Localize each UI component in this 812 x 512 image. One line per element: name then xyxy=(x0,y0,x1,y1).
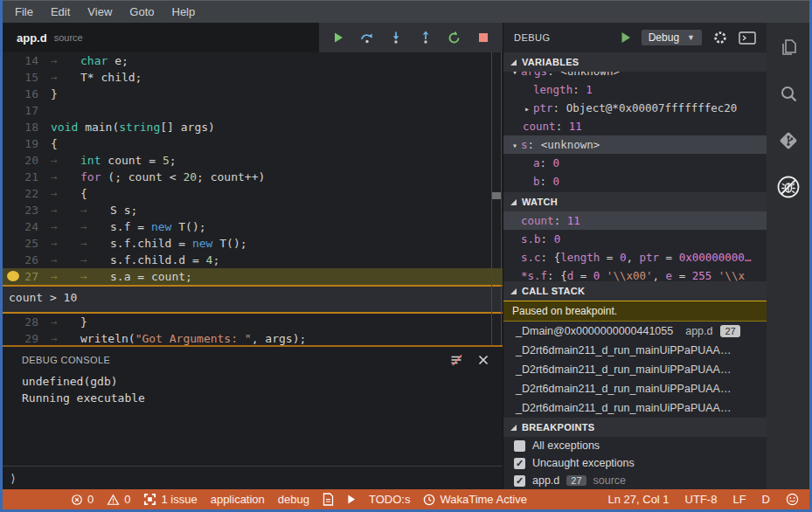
search-icon[interactable] xyxy=(775,81,802,107)
issues-indicator[interactable]: 1 issue xyxy=(143,493,197,506)
encoding-indicator[interactable]: UTF-8 xyxy=(685,493,718,506)
console-input[interactable]: ⟩ xyxy=(3,466,503,489)
code-line-25[interactable]: 25→→s.f.child = new T(); xyxy=(3,235,503,252)
eol-indicator[interactable]: LF xyxy=(732,493,746,506)
close-icon[interactable] xyxy=(478,355,489,365)
tab-app-d[interactable]: app.d source xyxy=(3,23,97,52)
menu-item-goto[interactable]: Goto xyxy=(121,5,163,18)
menu-item-edit[interactable]: Edit xyxy=(42,5,79,18)
watch-row[interactable]: s.b: 0 xyxy=(503,230,767,248)
code-area[interactable]: 14→char e;15→T* child;16}1718void main(s… xyxy=(3,52,503,345)
gutter-line-24[interactable]: 24 xyxy=(3,218,51,235)
menu-item-view[interactable]: View xyxy=(79,5,121,18)
section-header-call-stack[interactable]: CALL STACK xyxy=(503,281,767,301)
cursor-position[interactable]: Ln 27, Col 1 xyxy=(607,493,669,506)
expanded-arrow-icon[interactable]: ▾ xyxy=(512,141,517,150)
gutter-line-28[interactable]: 28 xyxy=(3,314,51,330)
status-debug[interactable]: debug xyxy=(278,493,309,506)
callstack-frame[interactable]: _Dmain@0x0000000000441055app.d27 xyxy=(503,322,767,341)
breakpoint-dot[interactable] xyxy=(7,271,19,281)
status-application[interactable]: application xyxy=(211,493,265,506)
editor-scrollbar[interactable] xyxy=(491,52,502,345)
continue-button[interactable] xyxy=(329,28,348,47)
gutter-line-18[interactable]: 18 xyxy=(3,119,51,135)
debug-icon[interactable] xyxy=(775,174,802,200)
files-icon[interactable] xyxy=(775,35,802,61)
status-todos[interactable]: TODO:s xyxy=(369,493,410,506)
breakpoint-condition-widget[interactable]: count > 10 xyxy=(3,285,503,314)
gutter-line-14[interactable]: 14 xyxy=(3,52,51,69)
gutter-line-15[interactable]: 15 xyxy=(3,69,51,86)
code-line-14[interactable]: 14→char e; xyxy=(3,52,503,69)
callstack-frame[interactable]: _D2rt6dmain211_d_run_mainUiPPaPUAA… xyxy=(503,379,767,398)
gutter-line-27[interactable]: 27 xyxy=(3,268,51,285)
code-line-29[interactable]: 29→writeln("Got Arguments: ", args); xyxy=(3,330,503,345)
start-debug-icon[interactable] xyxy=(621,31,631,44)
step-out-button[interactable] xyxy=(416,28,435,47)
code-line-26[interactable]: 26→→s.f.child.d = 4; xyxy=(3,252,503,268)
gutter-line-29[interactable]: 29 xyxy=(3,330,51,345)
open-console-icon[interactable] xyxy=(739,31,756,45)
language-mode[interactable]: D xyxy=(762,493,770,506)
variable-row[interactable]: ▾s: <unknown> xyxy=(503,135,767,154)
callstack-frame[interactable]: _D2rt6dmain211_d_run_mainUiPPaPUAA… xyxy=(503,398,767,418)
watch-row[interactable]: s.c: {length = 0, ptr = 0x00000000… xyxy=(503,248,767,266)
callstack-frame[interactable]: _D2rt6dmain211_d_run_mainUiPPaPUAA… xyxy=(503,360,767,379)
project-file-indicator[interactable] xyxy=(323,493,334,506)
variable-row[interactable]: ▸ptr: Object@*0x00007fffffffec20 xyxy=(503,99,767,117)
code-line-24[interactable]: 24→→s.f = new T(); xyxy=(3,218,503,235)
restart-button[interactable] xyxy=(445,28,464,47)
step-into-button[interactable] xyxy=(386,28,406,47)
code-line-20[interactable]: 20→int count = 5; xyxy=(3,152,503,169)
breakpoint-checkbox[interactable] xyxy=(514,440,525,452)
variable-row[interactable]: count: 11 xyxy=(503,117,767,135)
breakpoint-row[interactable]: ✓Uncaught exceptions xyxy=(503,454,767,472)
gutter-line-19[interactable]: 19 xyxy=(3,135,51,152)
watch-row[interactable]: *s.f: {d = 0 '\\x00', e = 255 '\\x xyxy=(503,266,767,281)
variable-row[interactable]: ▾args: <unknown> xyxy=(503,72,767,80)
section-header-breakpoints[interactable]: BREAKPOINTS xyxy=(503,418,767,437)
section-header-variables[interactable]: VARIABLES xyxy=(503,52,767,72)
code-line-27[interactable]: 27→→s.a = count; xyxy=(3,268,503,285)
collapsed-arrow-icon[interactable]: ▸ xyxy=(524,104,530,114)
gutter-line-20[interactable]: 20 xyxy=(3,152,51,169)
code-line-22[interactable]: 22→{ xyxy=(3,185,503,202)
code-line-15[interactable]: 15→T* child; xyxy=(3,69,503,86)
gutter-line-16[interactable]: 16 xyxy=(3,86,51,102)
menu-item-file[interactable]: File xyxy=(6,5,42,18)
code-line-19[interactable]: 19{ xyxy=(3,135,503,152)
code-line-28[interactable]: 28→} xyxy=(3,314,503,330)
variable-row[interactable]: b: 0 xyxy=(503,172,767,190)
variable-row[interactable]: length: 1 xyxy=(503,80,767,99)
gutter-line-25[interactable]: 25 xyxy=(3,235,51,252)
section-header-watch[interactable]: WATCH xyxy=(503,192,767,211)
breakpoint-row[interactable]: ✓app.d27source xyxy=(503,472,767,489)
feedback-smiley[interactable] xyxy=(786,493,799,506)
gutter-line-23[interactable]: 23 xyxy=(3,202,51,218)
code-line-18[interactable]: 18void main(string[] args) xyxy=(3,119,503,135)
code-line-23[interactable]: 23→→S s; xyxy=(3,202,503,218)
code-line-17[interactable]: 17 xyxy=(3,102,503,119)
step-over-button[interactable] xyxy=(357,28,377,47)
git-branch-icon[interactable] xyxy=(775,128,802,154)
warnings-indicator[interactable]: 0 xyxy=(107,493,130,506)
gutter-line-21[interactable]: 21 xyxy=(3,169,51,185)
breakpoint-checkbox[interactable]: ✓ xyxy=(514,458,525,469)
scrollbar-thumb[interactable] xyxy=(492,192,501,199)
menu-item-help[interactable]: Help xyxy=(163,5,205,18)
gutter-line-17[interactable]: 17 xyxy=(3,102,51,119)
code-line-21[interactable]: 21→for (; count < 20; count++) xyxy=(3,169,503,185)
breakpoint-checkbox[interactable]: ✓ xyxy=(514,475,525,487)
gutter-line-26[interactable]: 26 xyxy=(3,252,51,268)
debug-configuration-dropdown[interactable]: Debug ▼ xyxy=(642,30,702,45)
wakatime-indicator[interactable]: WakaTime Active xyxy=(423,493,526,506)
callstack-frame[interactable]: _D2rt6dmain211_d_run_mainUiPPaPUAA… xyxy=(503,341,767,360)
watch-row[interactable]: count: 11 xyxy=(503,211,767,230)
code-line-16[interactable]: 16} xyxy=(3,86,503,102)
variable-row[interactable]: a: 0 xyxy=(503,154,767,172)
breakpoint-row[interactable]: All exceptions xyxy=(503,437,767,454)
configure-gear-icon[interactable] xyxy=(712,30,728,45)
gutter-line-22[interactable]: 22 xyxy=(3,185,51,202)
run-indicator[interactable] xyxy=(347,494,356,505)
clear-console-icon[interactable] xyxy=(449,353,464,367)
